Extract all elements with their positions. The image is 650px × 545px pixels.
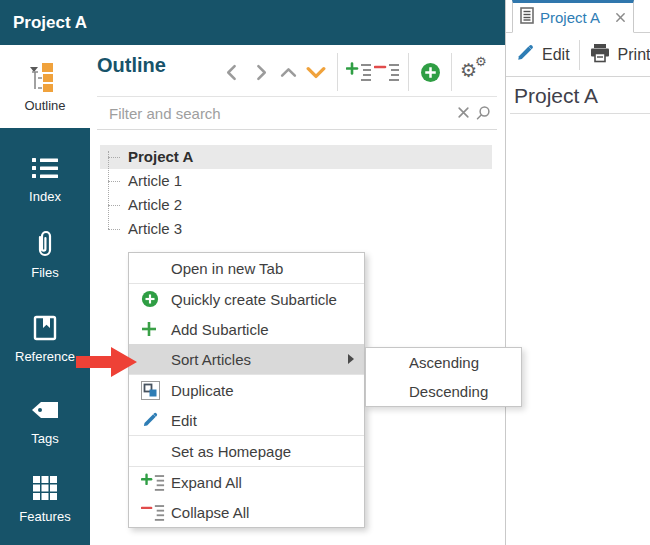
submenu-arrow-icon — [348, 354, 354, 364]
tree-connector-stub — [108, 229, 120, 230]
sidebar-label-outline: Outline — [24, 98, 65, 113]
menu-item-expand-all[interactable]: Expand All — [129, 467, 364, 497]
red-pointer-arrow — [76, 347, 138, 381]
panel-title: Outline — [97, 54, 166, 77]
chevron-down-icon[interactable] — [302, 57, 330, 87]
tree-item-article-2[interactable]: Article 2 — [100, 193, 492, 217]
application-window: Project A Outline — [0, 0, 650, 545]
forward-icon[interactable] — [246, 57, 274, 87]
app-header: Project A — [0, 0, 505, 45]
sidebar-label-tags: Tags — [31, 431, 58, 446]
sidebar: Outline Index Files — [0, 45, 90, 545]
menu-item-duplicate[interactable]: Duplicate — [129, 375, 364, 405]
book-bookmark-icon — [31, 312, 59, 344]
add-article-icon[interactable] — [416, 57, 444, 87]
sidebar-item-tags[interactable]: Tags — [0, 394, 90, 446]
collapse-all-icon[interactable] — [373, 57, 401, 87]
submenu-item-descending[interactable]: Descending — [366, 377, 521, 406]
chevron-up-icon[interactable] — [274, 57, 302, 87]
tab-project-a[interactable]: Project A — [512, 0, 634, 33]
preview-panel: Project A Edit — [505, 0, 650, 545]
context-menu: Open in new Tab Quickly create Subarticl… — [128, 252, 365, 528]
duplicate-icon — [141, 381, 171, 400]
sidebar-item-files[interactable]: Files — [0, 228, 90, 280]
tree-connector-stub — [108, 157, 120, 158]
tab-title: Project A — [540, 9, 600, 26]
search-icon[interactable] — [475, 105, 491, 125]
tab-bar: Project A — [506, 0, 650, 33]
sidebar-label-files: Files — [31, 265, 58, 280]
article-heading: Project A — [514, 84, 598, 108]
toolbar-separator — [408, 53, 409, 91]
heading-divider — [510, 113, 650, 114]
print-label: Print — [618, 46, 650, 64]
printer-icon — [589, 43, 611, 67]
sidebar-label-features: Features — [19, 509, 70, 524]
print-button[interactable]: Print — [589, 43, 650, 67]
edit-button[interactable]: Edit — [515, 43, 570, 67]
menu-item-open-in-new-tab[interactable]: Open in new Tab — [129, 253, 364, 283]
tree-item-project-a[interactable]: Project A — [100, 145, 492, 169]
project-title: Project A — [13, 13, 87, 33]
green-plus-icon — [141, 321, 171, 337]
document-icon — [520, 7, 534, 28]
outline-toolbar: ⚙ ⚙ — [218, 54, 489, 90]
toolbar-separator — [337, 53, 338, 91]
tree-connector-stub — [108, 205, 120, 206]
sort-submenu: Ascending Descending — [365, 347, 522, 407]
grid-icon — [32, 472, 58, 504]
sidebar-item-outline[interactable]: Outline — [0, 45, 90, 128]
search-box — [97, 96, 497, 130]
expand-all-icon[interactable] — [345, 57, 373, 87]
pencil-icon — [515, 43, 535, 67]
settings-gears-icon[interactable]: ⚙ ⚙ — [459, 57, 489, 87]
outline-tree-icon — [28, 61, 62, 93]
index-list-icon — [31, 152, 59, 184]
close-icon[interactable] — [615, 12, 626, 23]
tree-item-article-3[interactable]: Article 3 — [100, 217, 492, 241]
clear-search-icon[interactable] — [457, 105, 470, 123]
paperclip-icon — [33, 228, 57, 260]
edit-label: Edit — [542, 46, 570, 64]
preview-toolbar: Edit Print — [506, 33, 650, 77]
collapse-all-icon — [141, 503, 171, 522]
toolbar-separator — [451, 53, 452, 91]
menu-item-collapse-all[interactable]: Collapse All — [129, 497, 364, 527]
menu-item-edit[interactable]: Edit — [129, 405, 364, 435]
menu-item-set-as-homepage[interactable]: Set as Homepage — [129, 436, 364, 466]
tree-connector-line — [108, 151, 109, 229]
search-input[interactable] — [97, 97, 447, 129]
menu-item-add-subarticle[interactable]: Add Subarticle — [129, 314, 364, 344]
menu-item-quickly-create-subarticle[interactable]: Quickly create Subarticle — [129, 284, 364, 314]
submenu-item-ascending[interactable]: Ascending — [366, 348, 521, 377]
tree-item-article-1[interactable]: Article 1 — [100, 169, 492, 193]
sidebar-item-features[interactable]: Features — [0, 472, 90, 524]
tag-icon — [31, 394, 59, 426]
sidebar-label-reference: Reference — [15, 349, 75, 364]
back-icon[interactable] — [218, 57, 246, 87]
circle-plus-icon — [141, 290, 171, 308]
toolbar-separator — [579, 40, 580, 70]
article-tree: Project A Article 1 Article 2 Article 3 — [100, 145, 492, 241]
sidebar-label-index: Index — [29, 189, 61, 204]
tree-connector-stub — [108, 181, 120, 182]
pencil-icon — [141, 411, 171, 429]
menu-item-sort-articles[interactable]: Sort Articles — [129, 344, 364, 374]
expand-all-icon — [141, 473, 171, 492]
sidebar-item-index[interactable]: Index — [0, 152, 90, 204]
